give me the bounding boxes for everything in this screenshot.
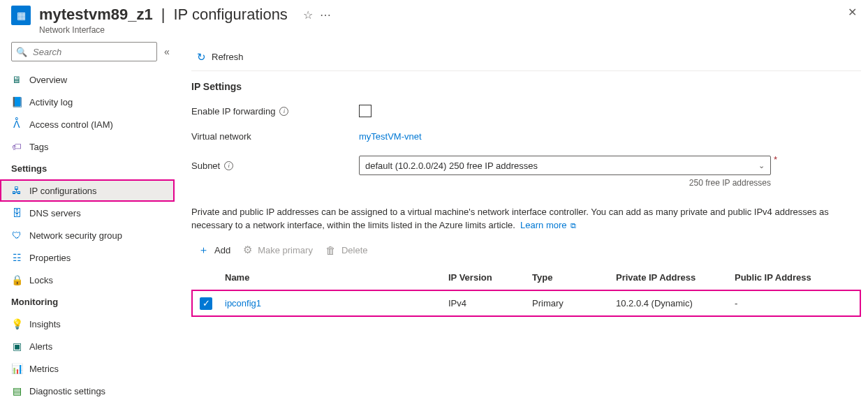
header-titles: mytestvm89_z1 | IP configurations ☆ ⋯ Ne… bbox=[39, 6, 331, 35]
trash-icon: 🗑 bbox=[325, 244, 336, 256]
sidebar-item-overview[interactable]: 🖥 Overview bbox=[0, 68, 175, 91]
check-icon: ✓ bbox=[203, 298, 210, 308]
ipconfig-name-link[interactable]: ipconfig1 bbox=[225, 298, 261, 308]
overview-icon: 🖥 bbox=[11, 74, 22, 85]
search-input[interactable] bbox=[31, 46, 152, 58]
page-header: ▦ mytestvm89_z1 | IP configurations ☆ ⋯ … bbox=[0, 0, 868, 38]
nav-group-monitoring: Monitoring bbox=[0, 291, 175, 313]
resource-type-label: Network Interface bbox=[39, 25, 331, 35]
virtual-network-link[interactable]: myTestVM-vnet bbox=[359, 131, 422, 142]
sidebar-item-access-control[interactable]: ᐰ Access control (IAM) bbox=[0, 113, 175, 135]
col-name[interactable]: Name bbox=[219, 265, 443, 290]
sidebar: 🔍 « 🖥 Overview 📘 Activity log ᐰ Access c… bbox=[0, 38, 175, 402]
close-button[interactable]: ✕ bbox=[848, 6, 857, 19]
page-title: IP configurations bbox=[173, 6, 287, 24]
col-type[interactable]: Type bbox=[527, 265, 610, 290]
add-button[interactable]: ＋ Add bbox=[198, 244, 230, 257]
cell-public-ip: - bbox=[729, 290, 861, 317]
resource-name: mytestvm89_z1 bbox=[39, 6, 153, 24]
sidebar-item-nsg[interactable]: 🛡 Network security group bbox=[0, 224, 175, 246]
description-text: Private and public IP addresses can be a… bbox=[191, 206, 861, 232]
subnet-select[interactable]: default (10.2.0.0/24) 250 free IP addres… bbox=[359, 156, 771, 175]
subnet-label: Subnet bbox=[191, 161, 220, 171]
sidebar-item-label: Locks bbox=[29, 275, 53, 285]
refresh-button[interactable]: ↻ Refresh bbox=[191, 46, 249, 68]
table-header-row: Name IP Version Type Private IP Address … bbox=[191, 265, 861, 290]
sidebar-item-label: Tags bbox=[29, 142, 48, 152]
sidebar-item-activity-log[interactable]: 📘 Activity log bbox=[0, 91, 175, 113]
list-toolbar: ＋ Add ⚙ Make primary 🗑 Delete bbox=[191, 239, 861, 265]
enable-ip-forwarding-checkbox[interactable] bbox=[359, 105, 372, 117]
plus-icon: ＋ bbox=[198, 244, 209, 257]
sidebar-item-insights[interactable]: 💡 Insights bbox=[0, 313, 175, 335]
add-label: Add bbox=[214, 245, 230, 255]
ip-config-icon: 🖧 bbox=[11, 185, 22, 196]
dns-icon: 🗄 bbox=[11, 207, 22, 218]
row-enable-ip-forwarding: Enable IP forwarding i bbox=[191, 105, 861, 117]
make-primary-button: ⚙ Make primary bbox=[243, 244, 313, 256]
sidebar-item-label: Diagnostic settings bbox=[29, 386, 105, 396]
sidebar-item-alerts[interactable]: ▣ Alerts bbox=[0, 335, 175, 357]
col-public-ip[interactable]: Public IP Address bbox=[729, 265, 861, 290]
enable-ip-forwarding-label: Enable IP forwarding bbox=[191, 106, 275, 117]
shield-icon: 🛡 bbox=[11, 230, 22, 241]
sidebar-item-diagnostic-settings[interactable]: ▤ Diagnostic settings bbox=[0, 380, 175, 402]
learn-more-link[interactable]: Learn more ⧉ bbox=[520, 220, 576, 230]
nav-group-settings: Settings bbox=[0, 158, 175, 179]
refresh-icon: ↻ bbox=[197, 51, 206, 64]
row-virtual-network: Virtual network myTestVM-vnet bbox=[191, 131, 861, 142]
sidebar-item-properties[interactable]: ☷ Properties bbox=[0, 246, 175, 269]
cell-ip-version: IPv4 bbox=[443, 290, 527, 317]
required-indicator: * bbox=[774, 154, 777, 165]
external-link-icon: ⧉ bbox=[568, 221, 576, 230]
command-bar: ↻ Refresh bbox=[191, 43, 861, 71]
sidebar-item-label: Access control (IAM) bbox=[29, 119, 113, 130]
description-body: Private and public IP addresses can be a… bbox=[191, 207, 829, 230]
table-row[interactable]: ✓ ipconfig1 IPv4 Primary 10.2.0.4 (Dynam… bbox=[191, 290, 861, 317]
more-icon[interactable]: ⋯ bbox=[320, 8, 331, 22]
main-content: ↻ Refresh IP Settings Enable IP forwardi… bbox=[175, 38, 868, 402]
row-subnet: Subnet i default (10.2.0.0/24) 250 free … bbox=[191, 156, 861, 175]
virtual-network-label: Virtual network bbox=[191, 131, 251, 142]
subnet-hint: 250 free IP addresses bbox=[359, 178, 771, 188]
sidebar-item-label: Network security group bbox=[29, 230, 122, 241]
activity-log-icon: 📘 bbox=[11, 96, 22, 107]
sidebar-item-metrics[interactable]: 📊 Metrics bbox=[0, 357, 175, 380]
properties-icon: ☷ bbox=[11, 252, 22, 263]
sidebar-item-ip-configurations[interactable]: 🖧 IP configurations bbox=[0, 179, 175, 202]
metrics-icon: 📊 bbox=[11, 363, 22, 374]
ip-settings-heading: IP Settings bbox=[191, 81, 861, 92]
lock-icon: 🔒 bbox=[11, 274, 22, 285]
collapse-sidebar-icon[interactable]: « bbox=[164, 46, 170, 57]
subnet-select-value: default (10.2.0.0/24) 250 free IP addres… bbox=[365, 161, 538, 171]
delete-button: 🗑 Delete bbox=[325, 244, 368, 256]
gear-icon: ⚙ bbox=[243, 244, 252, 256]
refresh-label: Refresh bbox=[212, 52, 244, 62]
col-ip-version[interactable]: IP Version bbox=[443, 265, 527, 290]
pin-icon[interactable]: ☆ bbox=[303, 8, 313, 22]
chevron-down-icon: ⌄ bbox=[758, 161, 765, 170]
tags-icon: 🏷 bbox=[11, 141, 22, 152]
sidebar-item-label: Alerts bbox=[29, 341, 52, 352]
row-checkbox[interactable]: ✓ bbox=[200, 297, 212, 310]
diagnostic-icon: ▤ bbox=[11, 385, 22, 396]
sidebar-item-label: Properties bbox=[29, 253, 71, 263]
sidebar-item-tags[interactable]: 🏷 Tags bbox=[0, 135, 175, 158]
sidebar-item-locks[interactable]: 🔒 Locks bbox=[0, 269, 175, 291]
cell-type: Primary bbox=[527, 290, 610, 317]
ipconfig-table: Name IP Version Type Private IP Address … bbox=[191, 265, 861, 317]
access-control-icon: ᐰ bbox=[11, 119, 22, 130]
col-private-ip[interactable]: Private IP Address bbox=[610, 265, 729, 290]
insights-icon: 💡 bbox=[11, 318, 22, 329]
sidebar-item-label: DNS servers bbox=[29, 208, 81, 218]
info-icon[interactable]: i bbox=[279, 107, 288, 116]
sidebar-item-label: Overview bbox=[29, 75, 67, 85]
sidebar-search[interactable]: 🔍 bbox=[11, 42, 157, 61]
delete-label: Delete bbox=[341, 245, 368, 255]
sidebar-item-dns-servers[interactable]: 🗄 DNS servers bbox=[0, 202, 175, 224]
sidebar-item-label: Activity log bbox=[29, 97, 73, 107]
sidebar-item-label: Metrics bbox=[29, 364, 59, 374]
info-icon[interactable]: i bbox=[224, 161, 233, 170]
sidebar-item-label: IP configurations bbox=[29, 186, 97, 196]
search-icon: 🔍 bbox=[16, 47, 27, 57]
